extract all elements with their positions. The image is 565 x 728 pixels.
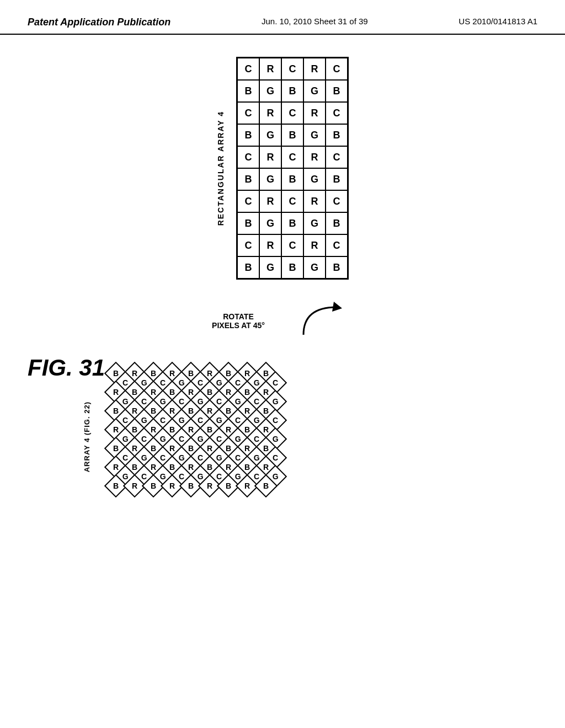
- svg-marker-0: [332, 302, 342, 312]
- rect-grid-cell: C: [326, 146, 348, 168]
- rect-array-label: RECTANGULAR ARRAY 4: [216, 111, 225, 226]
- rect-grid-cell: B: [237, 256, 259, 279]
- rect-grid-cell: R: [303, 102, 326, 124]
- rect-grid-cell: B: [326, 124, 348, 146]
- rect-grid-cell: B: [326, 168, 348, 190]
- rect-grid-cell: B: [237, 168, 259, 190]
- header-center-label: Jun. 10, 2010 Sheet 31 of 39: [262, 17, 368, 26]
- rotate-arrow-icon: [287, 296, 353, 346]
- rectangular-grid: CRCRCBGBGBCRCRCBGBGBCRCRCBGBGBCRCRCBGBGB…: [236, 57, 349, 280]
- rect-grid-cell: R: [303, 58, 326, 80]
- rect-grid-cell: R: [259, 190, 281, 212]
- rect-grid-cell: B: [281, 212, 303, 234]
- rect-grid-cell: C: [281, 234, 303, 256]
- rectangular-array-section: RECTANGULAR ARRAY 4 CRCRCBGBGBCRCRCBGBGB…: [28, 57, 537, 280]
- rect-grid-cell: C: [326, 102, 348, 124]
- diamond-grid: BRBRBRBRBCGCGCGCGCRBRBRBRBRGCGCGCGCGBRBR…: [102, 362, 378, 512]
- rect-grid-cell: B: [281, 80, 303, 102]
- rect-grid-cell: C: [237, 234, 259, 256]
- rect-grid-cell: G: [303, 256, 326, 279]
- rect-grid-cell: R: [303, 146, 326, 168]
- rotate-label-line2: PIXELS AT 45°: [212, 321, 265, 330]
- rect-grid-cell: G: [259, 168, 281, 190]
- rect-grid-cell: B: [237, 124, 259, 146]
- rect-grid-cell: C: [281, 146, 303, 168]
- page-header: Patent Application Publication Jun. 10, …: [0, 0, 565, 35]
- rotate-arrow-section: ROTATE PIXELS AT 45°: [28, 296, 537, 346]
- rect-array-container: RECTANGULAR ARRAY 4 CRCRCBGBGBCRCRCBGBGB…: [216, 57, 349, 280]
- rect-grid-cell: G: [259, 256, 281, 279]
- diamond-array-label: ARRAY 4 (FIG. 22): [83, 402, 91, 472]
- rect-grid-cell: B: [326, 80, 348, 102]
- rect-grid-cell: G: [303, 212, 326, 234]
- figure-label: FIG. 31: [28, 355, 105, 381]
- rect-grid-cell: R: [259, 58, 281, 80]
- rect-grid-cell: G: [303, 124, 326, 146]
- rect-grid-cell: C: [281, 58, 303, 80]
- rect-grid-cell: G: [259, 124, 281, 146]
- rect-grid-cell: G: [303, 168, 326, 190]
- header-right-label: US 2010/0141813 A1: [459, 17, 537, 26]
- rect-grid-cell: G: [259, 80, 281, 102]
- rect-grid-cell: C: [237, 146, 259, 168]
- rect-grid-cell: R: [259, 102, 281, 124]
- rect-grid-cell: C: [326, 190, 348, 212]
- rect-grid-cell: R: [259, 146, 281, 168]
- rect-grid-cell: C: [326, 58, 348, 80]
- rect-grid-cell: B: [281, 256, 303, 279]
- rect-grid-cell: B: [326, 256, 348, 279]
- rect-grid-cell: C: [281, 102, 303, 124]
- rect-grid-cell: R: [259, 234, 281, 256]
- rect-grid-cell: R: [303, 234, 326, 256]
- rect-grid-cell: R: [303, 190, 326, 212]
- rect-grid-cell: C: [237, 58, 259, 80]
- rect-grid-cell: C: [237, 190, 259, 212]
- rect-grid-cell: C: [237, 102, 259, 124]
- rect-grid-cell: C: [326, 234, 348, 256]
- rect-grid-cell: C: [281, 190, 303, 212]
- rect-grid-cell: B: [281, 124, 303, 146]
- diamond-array-section: ARRAY 4 (FIG. 22) BRBRBRBRBCGCGCGCGCRBRB…: [28, 362, 537, 512]
- rect-grid-cell: G: [259, 212, 281, 234]
- rect-grid-cell: B: [326, 212, 348, 234]
- rect-grid-cell: B: [281, 168, 303, 190]
- rotate-label-line1: ROTATE: [212, 312, 265, 321]
- rect-grid-cell: B: [237, 212, 259, 234]
- header-left-label: Patent Application Publication: [28, 17, 170, 28]
- rect-grid-cell: B: [237, 80, 259, 102]
- rect-grid-cell: G: [303, 80, 326, 102]
- main-content: RECTANGULAR ARRAY 4 CRCRCBGBGBCRCRCBGBGB…: [0, 35, 565, 523]
